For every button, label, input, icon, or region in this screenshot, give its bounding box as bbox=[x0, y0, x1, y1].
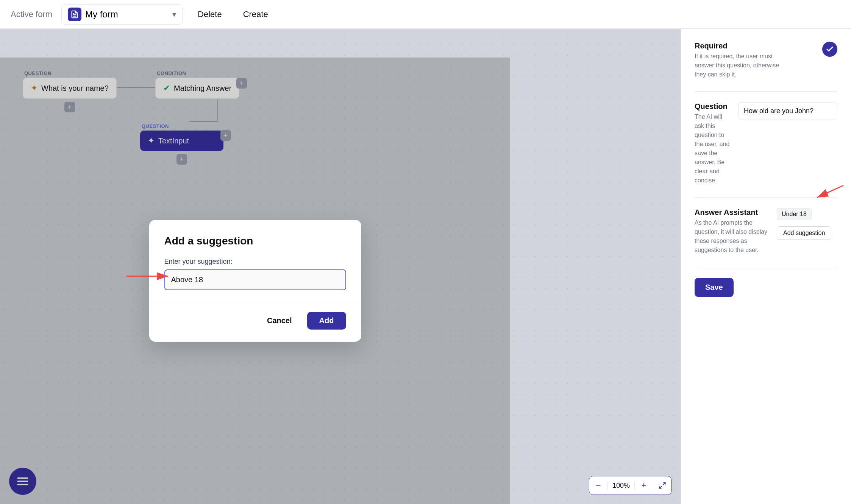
zoom-in-button[interactable]: + bbox=[635, 476, 653, 495]
save-button[interactable]: Save bbox=[695, 278, 734, 297]
question-section-label: Question bbox=[695, 102, 732, 111]
canvas: QUESTION ✦ What is your name? + CONDITIO… bbox=[0, 29, 681, 504]
answer-assistant-desc: As the AI prompts the question, it will … bbox=[695, 218, 771, 255]
svg-line-13 bbox=[817, 185, 843, 198]
modal-overlay: Add a suggestion Enter your suggestion: … bbox=[0, 58, 510, 504]
add-suggestion-modal: Add a suggestion Enter your suggestion: … bbox=[149, 220, 361, 342]
zoom-controls: − 100% + bbox=[589, 476, 671, 495]
arrow-to-input bbox=[126, 269, 172, 285]
form-selector[interactable]: My form ▾ bbox=[61, 4, 183, 25]
question-section-desc: The AI will ask this question to the use… bbox=[695, 112, 732, 185]
modal-divider bbox=[149, 301, 361, 301]
zoom-out-button[interactable]: − bbox=[589, 476, 607, 495]
modal-input-label: Enter your suggestion: bbox=[164, 258, 346, 266]
modal-add-button[interactable]: Add bbox=[307, 312, 346, 330]
required-section: Required If it is required, the user mus… bbox=[695, 42, 837, 79]
suggestion-tag: Under 18 bbox=[777, 208, 812, 220]
form-selector-icon bbox=[68, 8, 81, 21]
add-suggestion-button[interactable]: Add suggestion bbox=[777, 226, 831, 240]
answer-assistant-label: Answer Assistant bbox=[695, 208, 771, 217]
divider-1 bbox=[695, 91, 837, 92]
delete-button[interactable]: Delete bbox=[192, 6, 228, 22]
required-label: Required bbox=[695, 42, 785, 50]
divider-3 bbox=[695, 267, 837, 267]
zoom-level: 100% bbox=[607, 482, 635, 490]
required-desc: If it is required, the user must answer … bbox=[695, 52, 785, 79]
arrow-to-add-suggestion bbox=[809, 182, 847, 202]
modal-footer: Cancel Add bbox=[164, 312, 346, 330]
suggestion-input[interactable] bbox=[164, 269, 346, 290]
topbar: Active form My form ▾ Delete Create bbox=[0, 0, 851, 29]
zoom-expand-button[interactable] bbox=[653, 476, 671, 495]
required-check-icon[interactable] bbox=[822, 42, 837, 57]
chevron-down-icon: ▾ bbox=[172, 10, 176, 19]
active-form-label: Active form bbox=[11, 9, 52, 19]
question-input[interactable] bbox=[738, 102, 837, 120]
question-section: Question The AI will ask this question t… bbox=[695, 102, 837, 185]
form-selector-name: My form bbox=[85, 9, 169, 20]
create-button[interactable]: Create bbox=[237, 6, 274, 22]
right-panel: ✦ Text Input (Question) Required If it i… bbox=[681, 0, 851, 504]
modal-title: Add a suggestion bbox=[164, 235, 346, 247]
modal-cancel-button[interactable]: Cancel bbox=[259, 313, 300, 329]
answer-assistant-section: Answer Assistant As the AI prompts the q… bbox=[695, 208, 837, 255]
